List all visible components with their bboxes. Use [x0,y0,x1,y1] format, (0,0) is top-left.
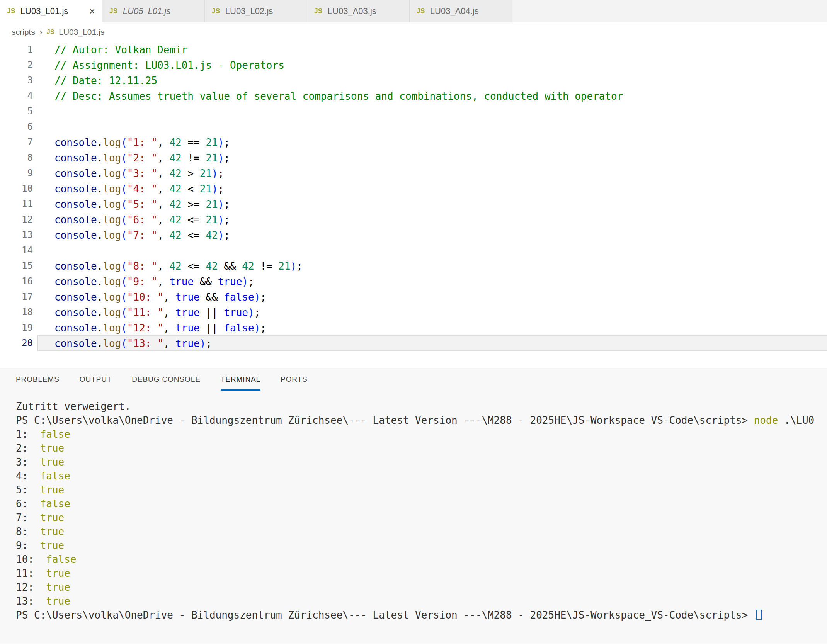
code-token: ; [260,322,266,334]
line-number: 13 [0,227,33,243]
panel-tab-problems[interactable]: PROBLEMS [16,368,60,391]
close-tab-icon[interactable]: × [89,6,95,16]
code-line-content[interactable]: // Assignment: LU03.L01.js - Operators [37,57,827,73]
code-line-content[interactable]: console.log("10: ", true && false); [37,289,827,304]
terminal-line: Zutritt verweigert. [16,399,827,413]
code-editor[interactable]: 1// Autor: Volkan Demir2// Assignment: L… [0,42,827,351]
terminal-text: true [40,442,65,454]
tab-LU05_L01.js[interactable]: JSLU05_L01.js [102,0,205,22]
code-token: . [97,338,103,349]
code-token: ; [224,137,230,148]
code-line-content[interactable]: console.log("2: ", 42 != 21); [37,150,827,165]
panel-tab-bar: PROBLEMSOUTPUTDEBUG CONSOLETERMINALPORTS [0,368,827,391]
code-token: true [224,307,248,318]
code-line-content[interactable] [37,243,827,258]
breadcrumb-file[interactable]: LU03_L01.js [59,27,104,37]
code-line: 14 [0,243,827,258]
breadcrumb-folder[interactable]: scripts [12,27,35,37]
code-token: true [218,276,242,287]
line-number: 16 [0,274,33,289]
panel-tab-terminal[interactable]: TERMINAL [221,368,260,391]
tab-LU03_A04.js[interactable]: JSLU03_A04.js [410,0,512,22]
code-token: . [97,152,103,164]
code-token: , [157,229,169,241]
code-token: ) [242,276,248,287]
code-token: . [97,168,103,179]
code-line-content[interactable] [37,104,827,119]
code-line-content[interactable]: console.log("4: ", 42 < 21); [37,181,827,196]
terminal-text: 12: [16,581,46,593]
code-token: 21 [278,260,290,272]
tab-LU03_L02.js[interactable]: JSLU03_L02.js [205,0,307,22]
code-line-content[interactable]: // Autor: Volkan Demir [37,42,827,57]
code-line-content[interactable]: console.log("13: ", true); [37,335,827,351]
code-token: . [97,214,103,226]
code-token: console [54,183,97,195]
code-token: 42 [169,199,181,210]
code-line: 2// Assignment: LU03.L01.js - Operators [0,57,827,73]
terminal-text: true [40,540,65,551]
code-line-content[interactable]: console.log("8: ", 42 <= 42 && 42 != 21)… [37,258,827,274]
code-line-content[interactable]: // Date: 12.11.25 [37,73,827,88]
tab-LU03_L01.js[interactable]: JSLU03_L01.js× [0,0,102,22]
code-line-content[interactable]: console.log("1: ", 42 == 21); [37,134,827,150]
code-token: ; [260,291,266,303]
code-line-content[interactable]: console.log("12: ", true || false); [37,320,827,335]
line-number: 18 [0,304,33,320]
code-token: ( [121,199,127,210]
code-line-content[interactable]: console.log("7: ", 42 <= 42); [37,227,827,243]
bottom-panel: PROBLEMSOUTPUTDEBUG CONSOLETERMINALPORTS… [0,368,827,644]
code-line-content[interactable]: // Desc: Assumes trueth value of several… [37,88,827,104]
code-token: ; [224,152,230,164]
code-token: log [103,168,121,179]
code-token: >= [182,199,206,210]
code-line: 13console.log("7: ", 42 <= 42); [0,227,827,243]
terminal-text: true [40,456,65,468]
code-token: || [200,322,224,334]
terminal-text: 7: [16,512,40,523]
code-token: . [97,260,103,272]
code-line-content[interactable]: console.log("3: ", 42 > 21); [37,165,827,181]
code-token: ) [212,168,218,179]
code-line-content[interactable]: console.log("6: ", 42 <= 21); [37,212,827,227]
code-token: ( [121,260,127,272]
code-line: 15console.log("8: ", 42 <= 42 && 42 != 2… [0,258,827,274]
code-token: || [200,307,224,318]
code-token: "13: " [127,338,163,349]
terminal-line: PS C:\Users\volka\OneDrive - Bildungszen… [16,608,827,622]
code-token: <= [182,214,206,226]
tab-LU03_A03.js[interactable]: JSLU03_A03.js [307,0,410,22]
code-token: <= [182,229,206,241]
terminal[interactable]: Zutritt verweigert.PS C:\Users\volka\One… [0,391,827,622]
code-token: ) [254,322,260,334]
code-line-content[interactable]: console.log("9: ", true && true); [37,274,827,289]
code-token: console [54,229,97,241]
code-token: , [157,183,169,195]
code-line: 16console.log("9: ", true && true); [0,274,827,289]
code-token: ) [218,214,224,226]
code-token: 42 [169,183,181,195]
code-token: "11: " [127,307,163,318]
terminal-text: node [754,415,778,426]
panel-tab-ports[interactable]: PORTS [281,368,308,391]
code-token: console [54,214,97,226]
terminal-line: 11: true [16,566,827,580]
code-token: console [54,307,97,318]
code-line-content[interactable] [37,119,827,134]
code-token: 42 [242,260,254,272]
code-line-content[interactable]: console.log("5: ", 42 >= 21); [37,196,827,212]
code-token: ( [121,338,127,349]
code-line: 8console.log("2: ", 42 != 21); [0,150,827,165]
line-number: 6 [0,119,33,134]
code-token: log [103,307,121,318]
code-token: log [103,152,121,164]
code-token: true [175,307,200,318]
terminal-line: 9: true [16,539,827,552]
code-token: ; [218,168,224,179]
code-token: log [103,183,121,195]
code-token: // Assignment: LU03.L01.js - Operators [54,59,284,71]
panel-tab-debug-console[interactable]: DEBUG CONSOLE [132,368,200,391]
code-line-content[interactable]: console.log("11: ", true || true); [37,304,827,320]
tab-label: LU03_L02.js [225,6,273,16]
panel-tab-output[interactable]: OUTPUT [80,368,112,391]
